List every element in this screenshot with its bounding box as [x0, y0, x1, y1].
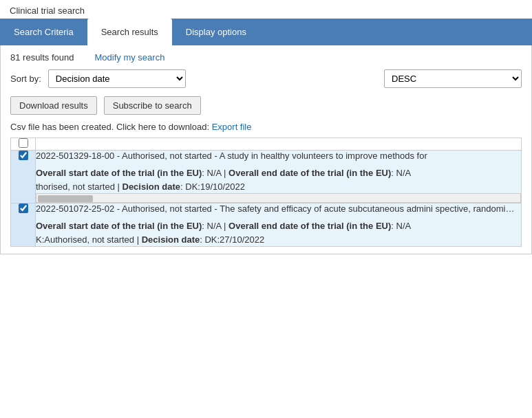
result-details-2: Overall start date of the trial (in the …	[36, 219, 521, 246]
table-row: 2022-501072-25-02 - Authorised, not star…	[11, 204, 522, 247]
export-file-link[interactable]: Export file	[212, 122, 252, 132]
header-content-cell	[36, 138, 522, 151]
result-checkbox-cell-1	[11, 151, 36, 204]
subscribe-to-search-button[interactable]: Subscribe to search	[104, 96, 201, 115]
tab-search-criteria[interactable]: Search Criteria	[0, 19, 87, 45]
result-title-1: 2022-501329-18-00 - Authorised, not star…	[36, 151, 518, 161]
sort-field-select[interactable]: Decision date Start date End date Protoc…	[48, 69, 186, 88]
result-checkbox-1[interactable]	[19, 151, 28, 160]
tabs-bar: Search Criteria Search results Display o…	[0, 19, 532, 45]
tab-search-results[interactable]: Search results	[87, 19, 172, 45]
app-title: Clinical trial search	[0, 0, 532, 19]
results-table: 2022-501329-18-00 - Authorised, not star…	[10, 138, 522, 247]
header-checkbox-cell	[11, 138, 36, 151]
table-header-row	[11, 138, 522, 151]
action-buttons: Download results Subscribe to search	[10, 96, 522, 115]
table-row: 2022-501329-18-00 - Authorised, not star…	[11, 151, 522, 204]
csv-notice: Csv file has been created. Click here to…	[10, 122, 522, 132]
result-content-cell-2: 2022-501072-25-02 - Authorised, not star…	[36, 204, 522, 247]
modify-search-link[interactable]: Modify my search	[95, 52, 165, 63]
tab-display-options[interactable]: Display options	[172, 19, 260, 45]
results-count: 81 results found	[10, 52, 74, 63]
result-content-cell-1: 2022-501329-18-00 - Authorised, not star…	[36, 151, 522, 204]
result-checkbox-2[interactable]	[19, 204, 28, 213]
content-area: 81 results found Modify my search Sort b…	[0, 45, 532, 254]
download-results-button[interactable]: Download results	[10, 96, 97, 115]
result-details-1: Overall start date of the trial (in the …	[36, 166, 521, 193]
results-header: 81 results found Modify my search	[10, 52, 522, 63]
select-all-checkbox[interactable]	[19, 138, 28, 148]
result-title-2: 2022-501072-25-02 - Authorised, not star…	[36, 204, 518, 214]
result-checkbox-cell-2	[11, 204, 36, 247]
sort-order-select[interactable]: DESC ASC	[384, 69, 522, 88]
sort-label: Sort by:	[10, 74, 41, 84]
sort-row: Sort by: Decision date Start date End da…	[10, 69, 522, 88]
